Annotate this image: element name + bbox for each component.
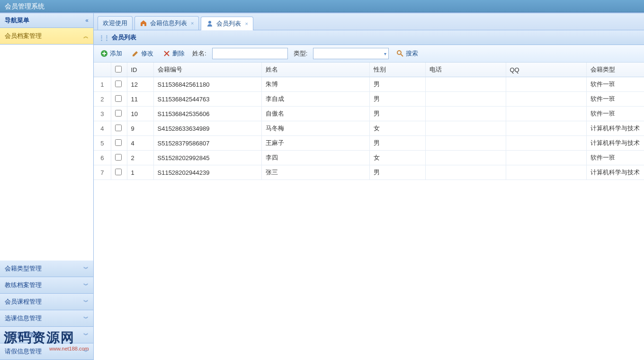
search-button[interactable]: 搜索 (394, 48, 420, 59)
chevron-down-icon: ︾ (83, 315, 89, 322)
tab-label: 会员列表 (216, 19, 241, 28)
col-name[interactable]: 姓名 (261, 63, 369, 77)
col-type[interactable]: 会籍类型 (586, 63, 644, 77)
edit-icon (132, 50, 139, 57)
cell-gender: 男 (369, 92, 425, 107)
sidebar-item-membership-type[interactable]: 会籍类型管理 ︾ (0, 261, 93, 277)
cell-type: 软件一班 (586, 92, 644, 107)
cell-code: S11536842544763 (153, 92, 261, 107)
table-row[interactable]: 62S51528202992845李四女软件一班 (94, 151, 644, 165)
table-row[interactable]: 211S11536842544763李自成男软件一班 (94, 92, 644, 107)
name-input[interactable] (212, 48, 288, 59)
col-id[interactable]: ID (127, 63, 153, 77)
cell-type: 软件一班 (586, 151, 644, 165)
row-checkbox[interactable] (115, 81, 122, 87)
table-row[interactable]: 54S51528379586807王麻子男计算机科学与技术 (94, 136, 644, 151)
table-row[interactable]: 49S41528633634989马冬梅女计算机科学与技术 (94, 121, 644, 136)
cell-phone (425, 121, 506, 136)
tabs-bar: 欢迎使用 会籍信息列表 × 会员列表 × (94, 13, 644, 30)
cell-rownum: 6 (94, 151, 111, 165)
sidebar: 导航菜单 « 会员档案管理 ︽ 会籍类型管理 ︾ 教练档案管理 (0, 13, 94, 360)
col-phone[interactable]: 电话 (425, 63, 506, 77)
add-button[interactable]: 添加 (98, 48, 124, 59)
row-checkbox[interactable] (115, 169, 122, 175)
table-row[interactable]: 112S11536842561180朱博男软件一班 (94, 77, 644, 92)
button-label: 删除 (172, 49, 185, 58)
data-grid: ID 会籍编号 姓名 性别 电话 QQ 会籍类型 112S11536842561… (94, 63, 644, 360)
cell-code: S51528202992845 (153, 151, 261, 165)
tab-label: 会籍信息列表 (150, 19, 187, 27)
cell-gender: 女 (369, 121, 425, 136)
tab-welcome[interactable]: 欢迎使用 (98, 16, 133, 30)
cell-checkbox (111, 107, 127, 121)
sidebar-header: 导航菜单 « (0, 13, 93, 28)
chevron-down-icon: ︾ (83, 265, 89, 272)
chevron-down-icon: ︾ (83, 348, 89, 355)
cell-phone (425, 107, 506, 121)
home-icon (140, 19, 147, 27)
cell-code: S51528379586807 (153, 136, 261, 151)
edit-button[interactable]: 修改 (130, 48, 155, 59)
type-select[interactable]: ▾ (313, 48, 389, 59)
cell-phone (425, 151, 506, 165)
table-row[interactable]: 310S11536842535606自傲名男软件一班 (94, 107, 644, 121)
cell-name: 朱博 (261, 77, 369, 92)
cell-name: 张三 (261, 165, 369, 180)
cell-qq (506, 136, 586, 151)
sidebar-item-coach-archive[interactable]: 教练档案管理 ︾ (0, 277, 93, 293)
cell-id: 10 (127, 107, 153, 121)
cell-id: 1 (127, 165, 153, 180)
cell-name: 李四 (261, 151, 369, 165)
delete-icon (163, 50, 170, 57)
row-checkbox[interactable] (115, 154, 122, 161)
row-checkbox[interactable] (115, 110, 122, 117)
sidebar-item-label: 会员到期管理 (5, 331, 42, 339)
sidebar-item-expiry[interactable]: 会员到期管理 ︾ (0, 327, 93, 343)
col-code[interactable]: 会籍编号 (153, 63, 261, 77)
content-panel: ⋮⋮ 会员列表 添加 修改 (94, 30, 644, 360)
cell-checkbox (111, 136, 127, 151)
sidebar-item-leave[interactable]: 请假信息管理 ︾ (0, 343, 93, 360)
tab-member-list[interactable]: 会员列表 × (201, 17, 253, 30)
cell-type: 计算机科学与技术 (586, 165, 644, 180)
name-label: 姓名: (192, 49, 206, 58)
row-checkbox[interactable] (115, 95, 122, 102)
cell-type: 软件一班 (586, 107, 644, 121)
col-checkbox (111, 63, 127, 77)
tab-label: 欢迎使用 (103, 19, 127, 27)
sidebar-item-member-archive[interactable]: 会员档案管理 ︽ (0, 28, 93, 44)
app-header: 会员管理系统 (0, 0, 644, 12)
chevron-up-icon: ︽ (83, 33, 89, 40)
collapse-sidebar-icon[interactable]: « (85, 17, 89, 24)
cell-name: 王麻子 (261, 136, 369, 151)
table-row[interactable]: 71S11528202944239张三男计算机科学与技术 (94, 165, 644, 180)
cell-name: 自傲名 (261, 107, 369, 121)
sidebar-item-label: 会员档案管理 (5, 32, 42, 40)
cell-rownum: 7 (94, 165, 111, 180)
app-title: 会员管理系统 (5, 2, 45, 10)
sidebar-item-course-select[interactable]: 选课信息管理 ︾ (0, 310, 93, 326)
close-icon[interactable]: × (245, 21, 248, 27)
select-all-checkbox[interactable] (115, 66, 122, 72)
cell-gender: 男 (369, 107, 425, 121)
col-qq[interactable]: QQ (506, 63, 586, 77)
row-checkbox[interactable] (115, 125, 122, 131)
cell-type: 计算机科学与技术 (586, 136, 644, 151)
cell-gender: 男 (369, 136, 425, 151)
user-icon (206, 20, 214, 27)
sidebar-item-label: 会籍类型管理 (5, 264, 42, 273)
panel-header: ⋮⋮ 会员列表 (94, 30, 644, 45)
button-label: 修改 (141, 49, 153, 58)
cell-checkbox (111, 77, 127, 92)
type-label: 类型: (294, 49, 308, 58)
cell-checkbox (111, 92, 127, 107)
cell-qq (506, 77, 586, 92)
row-checkbox[interactable] (115, 139, 122, 146)
close-icon[interactable]: × (191, 20, 194, 26)
delete-button[interactable]: 删除 (161, 48, 187, 59)
col-gender[interactable]: 性别 (369, 63, 425, 77)
search-icon (396, 50, 404, 57)
tab-membership-list[interactable]: 会籍信息列表 × (134, 16, 199, 30)
sidebar-item-member-course[interactable]: 会员课程管理 ︾ (0, 294, 93, 310)
svg-point-0 (208, 21, 211, 24)
